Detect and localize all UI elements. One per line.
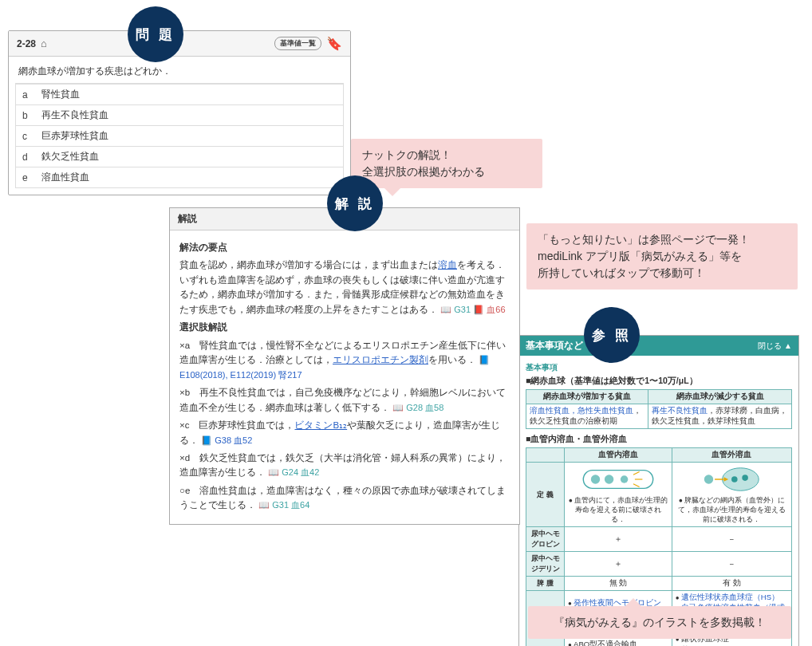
choice-b[interactable]: b再生不良性貧血 bbox=[15, 105, 344, 126]
reference-sub2: ■血管内溶血・血管外溶血 bbox=[526, 434, 792, 445]
badge-reference: 参 照 bbox=[584, 307, 640, 363]
explanation-section2-heading: 選択肢解説 bbox=[179, 320, 510, 334]
intravascular-illustration bbox=[578, 464, 658, 494]
svg-point-1 bbox=[591, 475, 600, 483]
reticulocyte-table: 網赤血球が増加する貧血網赤血球が減少する貧血 溶血性貧血，急性失血性貧血，鉄欠乏… bbox=[526, 389, 792, 429]
link-hemolysis[interactable]: 溶血 bbox=[438, 260, 457, 270]
svg-point-3 bbox=[621, 475, 629, 483]
ref-e[interactable]: 📖 G31 血64 bbox=[258, 500, 309, 510]
extravascular-illustration bbox=[692, 464, 771, 494]
svg-point-2 bbox=[605, 475, 613, 483]
close-button[interactable]: 閉じる ▲ bbox=[758, 341, 792, 352]
callout-illustration-note: 『病気がみえる』のイラストを多数掲載！ bbox=[528, 606, 791, 639]
svg-point-8 bbox=[731, 476, 738, 483]
choice-a[interactable]: a腎性貧血 bbox=[15, 84, 344, 105]
link-b12[interactable]: ビタミンB₁₂ bbox=[294, 420, 347, 430]
explanation-item-d: ×d 鉄欠乏性貧血では，鉄欠乏（大半は消化管・婦人科系の異常）により，造血障害が… bbox=[179, 451, 510, 480]
reference-panel: 基本事項など 閉じる ▲ 基本事項 ■網赤血球（基準値は絶対数で1〜10万/μL… bbox=[518, 335, 799, 646]
svg-line-6 bbox=[633, 484, 640, 487]
explanation-item-c: ×c 巨赤芽球性貧血では，ビタミンB₁₂や葉酸欠乏により，造血障害が生じる． 📘… bbox=[179, 418, 510, 447]
explanation-panel: 解説 解法の要点 貧血を認め，網赤血球が増加する場合には，まず出血または溶血を考… bbox=[169, 207, 520, 525]
reference-sub1: ■網赤血球（基準値は絶対数で1〜10万/μL） bbox=[526, 376, 792, 387]
ref-tag-blood66[interactable]: 📕 血66 bbox=[473, 305, 505, 314]
callout-explanation-note: ナットクの解説！ 全選択肢の根拠がわかる bbox=[351, 139, 542, 188]
choice-list: a腎性貧血 b再生不良性貧血 c巨赤芽球性貧血 d鉄欠乏性貧血 e溶血性貧血 bbox=[15, 83, 344, 188]
link-hemolytic-anemia[interactable]: 溶血性貧血，急性失血性貧血 bbox=[530, 406, 633, 415]
choice-d[interactable]: d鉄欠乏性貧血 bbox=[15, 147, 344, 167]
link-aplastic-anemia[interactable]: 再生不良性貧血 bbox=[652, 406, 708, 415]
reference-values-button[interactable]: 基準値一覧 bbox=[274, 37, 321, 50]
problem-question: 網赤血球が増加する疾患はどれか． bbox=[9, 57, 350, 83]
explanation-item-e: ○e 溶血性貧血は，造血障害はなく，種々の原因で赤血球が破壊されてしまうことで生… bbox=[179, 483, 510, 513]
explanation-item-b: ×b 再生不良性貧血では，自己免疫機序などにより，幹細胞レベルにおいて造血不全が… bbox=[179, 385, 510, 415]
svg-point-9 bbox=[743, 475, 749, 481]
explanation-section1-body: 貧血を認め，網赤血球が増加する場合には，まず出血または溶血を考える．いずれも造血… bbox=[179, 258, 510, 317]
problem-panel: 2-28 ⌂ 基準値一覧 🔖 網赤血球が増加する疾患はどれか． a腎性貧血 b再… bbox=[8, 30, 351, 195]
ref-tag-g31[interactable]: 📖 G31 bbox=[440, 305, 471, 314]
link-epo[interactable]: エリスロポエチン製剤 bbox=[333, 355, 428, 364]
ref-b[interactable]: 📖 G28 血58 bbox=[392, 403, 443, 412]
reference-header: 基本事項など 閉じる ▲ bbox=[519, 336, 798, 356]
badge-problem: 問 題 bbox=[128, 6, 183, 62]
home-icon[interactable]: ⌂ bbox=[41, 37, 47, 49]
problem-id: 2-28 bbox=[17, 38, 36, 49]
badge-explanation: 解 説 bbox=[327, 175, 383, 231]
explanation-item-a: ×a 腎性貧血では，慢性腎不全などによるエリスロポエチン産生低下に伴い造血障害が… bbox=[179, 338, 510, 383]
choice-e[interactable]: e溶血性貧血 bbox=[15, 167, 344, 188]
ref-c[interactable]: 📘 G38 血52 bbox=[201, 435, 252, 445]
svg-point-10 bbox=[704, 475, 713, 483]
chevron-up-icon: ▲ bbox=[784, 341, 792, 350]
reference-section-heading: 基本事項 bbox=[526, 362, 792, 373]
ref-d[interactable]: 📖 G24 血42 bbox=[268, 467, 319, 477]
svg-line-4 bbox=[633, 472, 640, 475]
callout-reference-note: 「もっと知りたい」は参照ページで一発！ mediLink アプリ版「病気がみえる… bbox=[526, 223, 798, 290]
explanation-section1-heading: 解法の要点 bbox=[179, 240, 510, 254]
bookmark-icon[interactable]: 🔖 bbox=[326, 36, 342, 51]
choice-c[interactable]: c巨赤芽球性貧血 bbox=[15, 126, 344, 147]
